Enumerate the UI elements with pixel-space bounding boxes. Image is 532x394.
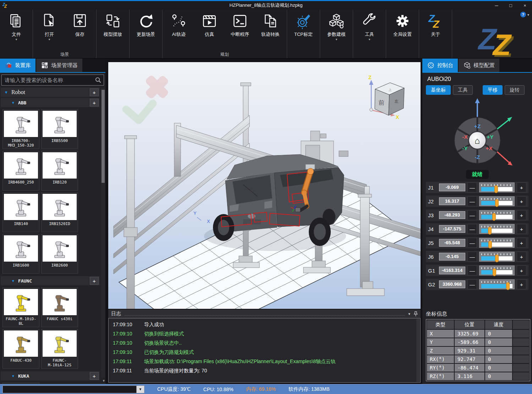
jog-plus-z[interactable]: +Z <box>474 123 481 129</box>
joint-slider[interactable] <box>479 182 515 192</box>
tab-device-library[interactable]: 装置库 <box>0 59 35 72</box>
ribbon-tools-button[interactable]: 工具▾ <box>354 10 385 51</box>
ribbon-about-button[interactable]: ZZ关于 <box>420 10 451 51</box>
maximize-button[interactable]: □ <box>504 3 518 8</box>
joint-slider[interactable] <box>479 266 515 275</box>
slider-handle-icon[interactable] <box>488 241 492 248</box>
robot-card[interactable]: IRB2600 <box>41 234 78 274</box>
add-kuka-button[interactable]: + <box>90 372 99 380</box>
joint-minus-button[interactable]: — <box>467 196 477 206</box>
slider-track[interactable] <box>481 284 512 288</box>
tool-frame-button[interactable]: 工具 <box>453 85 473 95</box>
expander-icon[interactable]: ▼ <box>11 279 15 283</box>
expander-icon[interactable]: ▼ <box>11 101 15 105</box>
slider-handle-icon[interactable] <box>494 185 498 193</box>
joint-minus-button[interactable]: — <box>467 266 477 275</box>
joint-slider[interactable] <box>479 224 515 234</box>
joint-slider[interactable] <box>479 238 515 248</box>
search-icon[interactable] <box>95 77 102 83</box>
jog-minus-y[interactable]: -Y <box>462 145 468 151</box>
robot-card[interactable]: FAUNC- M-10iA-12S <box>41 329 78 369</box>
tab-console[interactable]: 控制台 <box>422 59 458 72</box>
robot-card[interactable]: IRB140 <box>2 192 39 232</box>
expander-icon[interactable]: ▼ <box>4 90 8 94</box>
joint-minus-button[interactable]: — <box>467 252 477 262</box>
ribbon-settings-button[interactable]: 全局设置 <box>387 10 418 51</box>
slider-handle-icon[interactable] <box>506 282 510 290</box>
slider-track[interactable] <box>481 256 512 261</box>
slider-handle-icon[interactable] <box>493 268 496 276</box>
base-frame-button[interactable]: 基坐标 <box>426 85 451 95</box>
home-icon[interactable]: ⌂ <box>475 136 480 146</box>
rotate-mode-button[interactable]: 旋转 <box>505 85 525 95</box>
joint-minus-button[interactable]: — <box>467 182 477 192</box>
joint-plus-button[interactable]: + <box>517 182 526 192</box>
add-faunc-button[interactable]: + <box>90 277 99 285</box>
jog-plus-y[interactable]: +Y <box>487 134 494 140</box>
slider-track[interactable] <box>481 242 512 247</box>
robot-card[interactable]: IRB5500 <box>41 109 78 149</box>
joint-plus-button[interactable]: + <box>517 224 526 234</box>
jog-minus-x[interactable]: -X <box>462 134 468 140</box>
help-icon[interactable]: ? <box>520 12 526 17</box>
robot-card[interactable]: FANUC s430i <box>41 288 78 327</box>
slider-track[interactable] <box>481 270 512 274</box>
tab-scene-manager[interactable]: 场景管理器 <box>36 59 82 72</box>
slider-track[interactable] <box>481 215 512 219</box>
joint-plus-button[interactable]: + <box>517 266 526 275</box>
ribbon-files-button[interactable]: 文件▾ <box>1 10 32 51</box>
ribbon-model-place-button[interactable]: 模型摆放 <box>98 10 128 51</box>
slider-track[interactable] <box>481 201 512 205</box>
jog-minus-z[interactable]: -Z <box>475 154 480 160</box>
jog-wheel[interactable]: +Z +Y +X -Z -Y -X ⌂ <box>428 96 527 169</box>
robot-card[interactable]: FABUC-430 <box>2 329 39 369</box>
ribbon-interrupt-button[interactable]: 中断程序 <box>225 10 255 51</box>
joint-plus-button[interactable]: + <box>517 210 526 220</box>
robot-card[interactable]: FAUNC-M-10iD-8L <box>2 288 39 327</box>
joint-minus-button[interactable]: — <box>467 279 477 289</box>
joint-minus-button[interactable]: — <box>467 224 477 234</box>
tree-node-robot[interactable]: ▼ Robot + <box>1 88 100 97</box>
tree-node-faunc[interactable]: ▼ FAUNC + <box>1 276 100 285</box>
ribbon-ai-path-button[interactable]: AI轨迹 <box>164 10 194 51</box>
joint-plus-button[interactable]: + <box>517 252 526 262</box>
translate-mode-button[interactable]: 平移 <box>483 85 503 95</box>
joint-plus-button[interactable]: + <box>517 279 526 289</box>
slider-handle-icon[interactable] <box>495 255 499 262</box>
log-header[interactable]: 日志 ▾ <box>108 310 421 318</box>
close-button[interactable]: × <box>518 3 532 8</box>
joint-slider[interactable] <box>479 210 515 220</box>
scroll-down-icon[interactable]: ▾ <box>103 378 105 383</box>
ribbon-open-button[interactable]: 打开▾ <box>34 10 65 51</box>
slider-track[interactable] <box>481 229 512 233</box>
tree-node-kuka[interactable]: ▼ KUKA + <box>1 371 100 381</box>
scrollbar-thumb[interactable] <box>102 90 105 183</box>
help-button[interactable]: ? ▾ <box>520 12 529 17</box>
robot-card[interactable]: IRB120 <box>41 151 78 191</box>
dropdown-arrow-icon[interactable]: ▼ <box>136 386 144 393</box>
ribbon-param-button[interactable]: 参数建模▾ <box>321 10 352 51</box>
slider-handle-icon[interactable] <box>495 199 499 207</box>
ribbon-simulate-button[interactable]: 仿真 <box>194 10 225 51</box>
ribbon-tcp-button[interactable]: TCP标定 <box>288 10 319 51</box>
collapse-icon[interactable]: ▾ <box>408 312 410 316</box>
viewport-3d-scene[interactable]: Y X 前 左 上 Z X <box>108 62 421 309</box>
add-abb-button[interactable]: + <box>90 99 99 106</box>
add-robot-button[interactable]: + <box>90 88 99 96</box>
robot-card[interactable]: IRB1520ID <box>41 192 78 232</box>
robot-card[interactable]: IRB1600 <box>2 234 39 274</box>
minimize-button[interactable]: ─ <box>489 3 504 8</box>
joint-minus-button[interactable]: — <box>467 238 477 248</box>
joint-slider[interactable] <box>479 196 515 206</box>
search-input[interactable] <box>2 75 104 85</box>
joint-slider[interactable] <box>479 279 515 289</box>
slider-handle-icon[interactable] <box>488 227 492 235</box>
status-dropdown[interactable]: ▼ <box>2 385 144 393</box>
tab-model-config[interactable]: 模型配置 <box>459 59 499 72</box>
tree-node-abb[interactable]: ▼ ABB + <box>1 98 100 107</box>
joint-plus-button[interactable]: + <box>517 196 526 206</box>
slider-track[interactable] <box>481 187 512 191</box>
robot-card[interactable]: IRB4600_250 <box>2 151 39 191</box>
expander-icon[interactable]: ▼ <box>11 374 15 378</box>
log-scrollbar[interactable] <box>416 319 420 382</box>
